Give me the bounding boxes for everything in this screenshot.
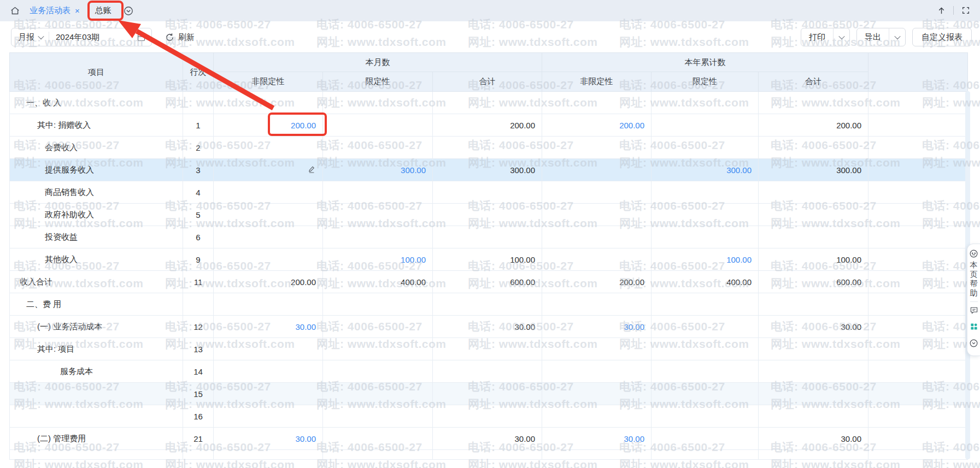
- row-number: 3: [183, 159, 214, 181]
- value-cell: [214, 248, 323, 271]
- tab-general-ledger[interactable]: 总账: [87, 0, 119, 21]
- item-label: 其中: 捐赠收入: [10, 114, 183, 137]
- cell-value: 30.00: [841, 322, 861, 331]
- value-cell: [323, 226, 433, 248]
- table-row: 提供服务收入3300.00300.00300.00300.00: [10, 159, 968, 181]
- row-number: 15: [183, 383, 214, 405]
- table-row: 投资收益6: [10, 226, 968, 248]
- period-control-group: 月报 2024年03期: [11, 28, 152, 46]
- header-total-year: 合计: [759, 72, 868, 92]
- filler-cell: [10, 450, 183, 460]
- apps-button[interactable]: [969, 322, 979, 331]
- value-cell: 300.00: [759, 159, 868, 181]
- report-table: 项目 行次 本月数 本年累计数 非限定性 限定性 合计 非限定性 限定性 合计 …: [9, 52, 967, 460]
- fullscreen-icon: [961, 6, 970, 15]
- value-cell: [323, 428, 433, 450]
- print-dropdown-button[interactable]: [833, 28, 849, 46]
- tab-business-activity[interactable]: 业务活动表 ×: [22, 0, 87, 21]
- tab-history-button[interactable]: [121, 4, 136, 18]
- value-cell: [433, 360, 542, 383]
- drill-down-value[interactable]: 30.00: [295, 322, 316, 331]
- close-icon[interactable]: ×: [75, 6, 80, 15]
- value-cell: 30.00: [759, 428, 868, 450]
- row-number: 6: [183, 226, 214, 248]
- filler-cell: [759, 450, 868, 460]
- export-button[interactable]: 导出: [857, 32, 889, 43]
- table-row: 其中: 捐赠收入1200.00200.00200.00200.00: [10, 114, 968, 137]
- value-cell: [542, 383, 652, 405]
- value-cell: [433, 137, 542, 159]
- value-cell: [652, 405, 759, 428]
- value-cell: 30.00: [214, 428, 323, 450]
- table-row: 收入合计11200.00400.00600.00200.00400.00600.…: [10, 271, 968, 293]
- arrow-up-button[interactable]: [935, 4, 948, 17]
- value-cell: [323, 181, 433, 204]
- filler-cell: [868, 204, 968, 226]
- print-button[interactable]: 打印: [801, 32, 833, 43]
- value-cell: [542, 360, 652, 383]
- drill-down-value[interactable]: 200.00: [291, 121, 316, 130]
- report-toolbar: 月报 2024年03期 刷新 打印: [0, 21, 980, 52]
- chevron-down-icon: [38, 33, 44, 39]
- drill-down-value[interactable]: 30.00: [295, 434, 316, 443]
- row-number: 1: [183, 114, 214, 137]
- row-number: 11: [183, 271, 214, 293]
- value-cell: [433, 405, 542, 428]
- drill-down-value[interactable]: 30.00: [624, 434, 644, 443]
- cell-value: 200.00: [510, 121, 535, 130]
- filler-cell: [868, 248, 968, 271]
- value-cell: [652, 92, 759, 114]
- period-date-picker[interactable]: 2024年03期: [49, 32, 151, 43]
- divider: [953, 6, 954, 15]
- value-cell: 200.00: [214, 114, 323, 137]
- export-dropdown-button[interactable]: [889, 28, 905, 46]
- table-row: 服务成本14: [10, 360, 968, 383]
- cell-value: 600.00: [510, 277, 535, 287]
- period-type-select[interactable]: 月报: [11, 32, 49, 43]
- table-row: 15: [10, 383, 968, 405]
- value-cell: [433, 383, 542, 405]
- drill-down-value[interactable]: 300.00: [726, 165, 752, 175]
- edit-icon[interactable]: [307, 165, 316, 174]
- feedback-button[interactable]: [969, 305, 979, 315]
- value-cell: [214, 159, 323, 181]
- filler-cell: [868, 159, 968, 181]
- fullscreen-button[interactable]: [959, 4, 972, 17]
- value-cell: [652, 181, 759, 204]
- value-cell: [433, 92, 542, 114]
- header-group-month: 本月数: [214, 53, 542, 72]
- chevron-down-icon: [894, 33, 900, 39]
- cell-value: 30.00: [514, 434, 535, 443]
- item-label: 会费收入: [10, 137, 183, 159]
- drill-down-value[interactable]: 100.00: [726, 255, 752, 264]
- value-cell: [214, 360, 323, 383]
- item-label: [10, 383, 183, 405]
- value-cell: [323, 204, 433, 226]
- value-cell: [323, 383, 433, 405]
- header-filler: [868, 53, 968, 92]
- assistant-button[interactable]: [969, 248, 979, 258]
- table-row: (一) 业务活动成本1230.0030.0030.0030.00: [10, 316, 968, 338]
- value-cell: [214, 204, 323, 226]
- drill-down-value[interactable]: 300.00: [401, 165, 426, 175]
- custom-report-button[interactable]: 自定义报表: [912, 28, 972, 46]
- cell-value: 200.00: [291, 277, 316, 287]
- header-row-no: 行次: [183, 53, 214, 92]
- more-button[interactable]: [969, 338, 979, 348]
- home-button[interactable]: [8, 4, 22, 18]
- value-cell: 30.00: [214, 316, 323, 338]
- refresh-button[interactable]: 刷新: [165, 28, 195, 46]
- filler-cell: [433, 450, 542, 460]
- value-cell: [759, 338, 868, 360]
- help-label[interactable]: 本页帮助: [970, 260, 978, 298]
- drill-down-value[interactable]: 200.00: [619, 121, 644, 130]
- print-split-button: 打印: [801, 28, 850, 46]
- table-row: 16: [10, 405, 968, 428]
- header-unrestricted-month: 非限定性: [214, 72, 323, 92]
- refresh-icon: [165, 33, 174, 42]
- drill-down-value[interactable]: 100.00: [401, 255, 426, 264]
- drill-down-value[interactable]: 30.00: [624, 322, 644, 331]
- value-cell: [214, 338, 323, 360]
- value-cell: [759, 293, 868, 316]
- filler-cell: [652, 450, 759, 460]
